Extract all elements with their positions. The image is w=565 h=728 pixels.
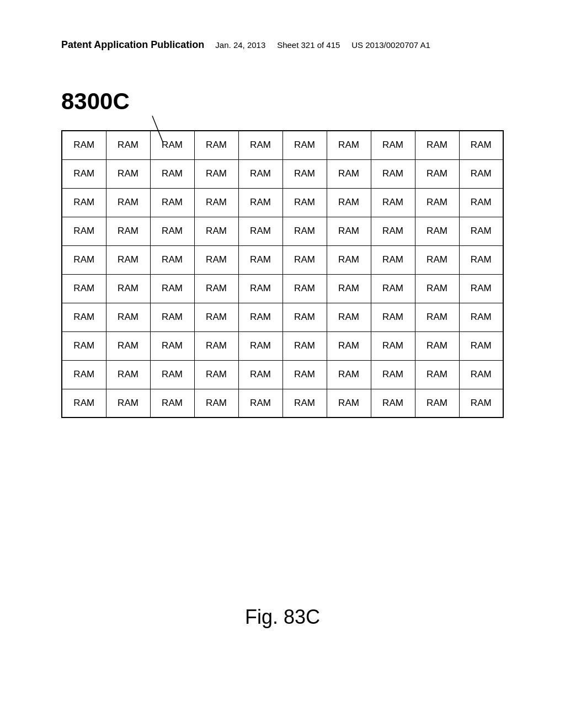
ram-cell: RAM — [327, 245, 371, 274]
ram-cell: RAM — [459, 159, 503, 188]
table-row: RAMRAMRAMRAMRAMRAMRAMRAMRAMRAM — [62, 217, 503, 245]
ram-cell: RAM — [459, 274, 503, 303]
table-row: RAMRAMRAMRAMRAMRAMRAMRAMRAMRAM — [62, 303, 503, 331]
ram-cell: RAM — [194, 245, 238, 274]
ram-cell: RAM — [238, 131, 282, 159]
table-row: RAMRAMRAMRAMRAMRAMRAMRAMRAMRAM — [62, 131, 503, 159]
ram-cell: RAM — [327, 303, 371, 331]
publication-title: Patent Application Publication — [61, 39, 204, 51]
ram-cell: RAM — [62, 188, 106, 217]
ram-cell: RAM — [282, 274, 327, 303]
diagram-label: 8300C — [61, 88, 130, 115]
ram-cell: RAM — [62, 331, 106, 360]
ram-cell: RAM — [194, 360, 238, 389]
ram-cell: RAM — [62, 360, 106, 389]
ram-cell: RAM — [194, 303, 238, 331]
ram-cell: RAM — [150, 274, 194, 303]
ram-cell: RAM — [238, 389, 282, 417]
ram-cell: RAM — [415, 245, 459, 274]
ram-cell: RAM — [238, 331, 282, 360]
ram-cell: RAM — [371, 303, 415, 331]
ram-table: RAMRAMRAMRAMRAMRAMRAMRAMRAMRAMRAMRAMRAMR… — [61, 130, 504, 418]
ram-cell: RAM — [106, 331, 150, 360]
ram-cell: RAM — [282, 217, 327, 245]
ram-cell: RAM — [194, 217, 238, 245]
ram-cell: RAM — [150, 188, 194, 217]
ram-cell: RAM — [371, 159, 415, 188]
ram-cell: RAM — [62, 389, 106, 417]
ram-cell: RAM — [194, 274, 238, 303]
ram-cell: RAM — [371, 389, 415, 417]
ram-cell: RAM — [459, 245, 503, 274]
ram-cell: RAM — [371, 360, 415, 389]
ram-cell: RAM — [62, 245, 106, 274]
table-row: RAMRAMRAMRAMRAMRAMRAMRAMRAMRAM — [62, 360, 503, 389]
ram-cell: RAM — [150, 159, 194, 188]
ram-cell: RAM — [150, 331, 194, 360]
ram-cell: RAM — [238, 217, 282, 245]
patent-number: US 2013/0020707 A1 — [351, 40, 430, 50]
ram-cell: RAM — [62, 217, 106, 245]
ram-cell: RAM — [238, 188, 282, 217]
table-row: RAMRAMRAMRAMRAMRAMRAMRAMRAMRAM — [62, 245, 503, 274]
table-row: RAMRAMRAMRAMRAMRAMRAMRAMRAMRAM — [62, 188, 503, 217]
ram-cell: RAM — [459, 188, 503, 217]
ram-cell: RAM — [282, 188, 327, 217]
ram-cell: RAM — [327, 360, 371, 389]
ram-grid: RAMRAMRAMRAMRAMRAMRAMRAMRAMRAMRAMRAMRAMR… — [61, 130, 504, 418]
ram-cell: RAM — [194, 131, 238, 159]
ram-cell: RAM — [327, 274, 371, 303]
ram-cell: RAM — [238, 159, 282, 188]
ram-cell: RAM — [415, 188, 459, 217]
ram-cell: RAM — [150, 245, 194, 274]
ram-cell: RAM — [150, 389, 194, 417]
ram-cell: RAM — [238, 274, 282, 303]
ram-cell: RAM — [459, 217, 503, 245]
ram-cell: RAM — [371, 245, 415, 274]
ram-cell: RAM — [238, 245, 282, 274]
publication-meta: Jan. 24, 2013 Sheet 321 of 415 US 2013/0… — [215, 40, 430, 50]
ram-cell: RAM — [282, 360, 327, 389]
ram-cell: RAM — [371, 274, 415, 303]
ram-cell: RAM — [150, 360, 194, 389]
table-row: RAMRAMRAMRAMRAMRAMRAMRAMRAMRAM — [62, 159, 503, 188]
ram-cell: RAM — [327, 188, 371, 217]
ram-cell: RAM — [371, 131, 415, 159]
ram-cell: RAM — [150, 303, 194, 331]
ram-cell: RAM — [371, 217, 415, 245]
ram-cell: RAM — [459, 131, 503, 159]
publication-date: Jan. 24, 2013 — [215, 40, 265, 50]
ram-cell: RAM — [459, 331, 503, 360]
ram-cell: RAM — [62, 274, 106, 303]
ram-cell: RAM — [459, 360, 503, 389]
sheet-info: Sheet 321 of 415 — [277, 40, 340, 50]
ram-cell: RAM — [238, 303, 282, 331]
ram-cell: RAM — [62, 131, 106, 159]
ram-cell: RAM — [415, 131, 459, 159]
ram-cell: RAM — [282, 245, 327, 274]
ram-cell: RAM — [415, 159, 459, 188]
ram-cell: RAM — [327, 331, 371, 360]
ram-cell: RAM — [282, 303, 327, 331]
table-row: RAMRAMRAMRAMRAMRAMRAMRAMRAMRAM — [62, 389, 503, 417]
ram-cell: RAM — [415, 303, 459, 331]
ram-cell: RAM — [327, 217, 371, 245]
ram-cell: RAM — [327, 131, 371, 159]
ram-cell: RAM — [194, 188, 238, 217]
page-header: Patent Application Publication Jan. 24, … — [61, 39, 543, 51]
ram-cell: RAM — [371, 331, 415, 360]
ram-cell: RAM — [327, 389, 371, 417]
ram-cell: RAM — [415, 274, 459, 303]
table-row: RAMRAMRAMRAMRAMRAMRAMRAMRAMRAM — [62, 331, 503, 360]
ram-cell: RAM — [150, 131, 194, 159]
ram-cell: RAM — [62, 303, 106, 331]
ram-cell: RAM — [62, 159, 106, 188]
ram-cell: RAM — [415, 331, 459, 360]
ram-cell: RAM — [106, 389, 150, 417]
ram-cell: RAM — [327, 159, 371, 188]
table-row: RAMRAMRAMRAMRAMRAMRAMRAMRAMRAM — [62, 274, 503, 303]
ram-cell: RAM — [415, 217, 459, 245]
ram-cell: RAM — [415, 389, 459, 417]
ram-cell: RAM — [106, 274, 150, 303]
ram-cell: RAM — [459, 389, 503, 417]
